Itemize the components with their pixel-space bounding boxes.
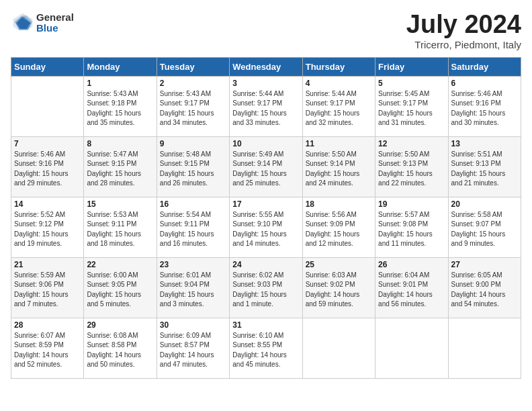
day-number: 1: [87, 79, 153, 88]
day-info: Sunrise: 5:56 AM Sunset: 9:09 PM Dayligh…: [306, 210, 372, 249]
day-number: 6: [451, 79, 518, 88]
calendar-cell: 7Sunrise: 5:46 AM Sunset: 9:16 PM Daylig…: [11, 136, 84, 197]
calendar-week-row: 21Sunrise: 5:59 AM Sunset: 9:06 PM Dayli…: [11, 257, 521, 318]
day-info: Sunrise: 5:50 AM Sunset: 9:13 PM Dayligh…: [378, 150, 445, 189]
day-number: 19: [378, 199, 445, 209]
day-info: Sunrise: 6:07 AM Sunset: 8:59 PM Dayligh…: [14, 331, 81, 370]
calendar-cell: 10Sunrise: 5:49 AM Sunset: 9:14 PM Dayli…: [230, 136, 302, 197]
day-info: Sunrise: 6:01 AM Sunset: 9:04 PM Dayligh…: [160, 271, 226, 310]
calendar-cell: 16Sunrise: 5:54 AM Sunset: 9:11 PM Dayli…: [157, 197, 229, 257]
title-block: July 2024 Tricerro, Piedmont, Italy: [406, 11, 521, 50]
day-number: 10: [232, 139, 299, 148]
day-number: 26: [378, 260, 445, 269]
logo-blue: Blue: [36, 23, 74, 34]
day-number: 11: [306, 139, 372, 148]
day-number: 30: [160, 320, 226, 330]
day-number: 25: [306, 260, 372, 269]
page-header: General Blue July 2024 Tricerro, Piedmon…: [11, 11, 521, 50]
day-number: 27: [451, 260, 518, 269]
day-number: 22: [87, 260, 153, 269]
calendar-cell: [448, 318, 521, 378]
calendar-cell: 6Sunrise: 5:46 AM Sunset: 9:16 PM Daylig…: [448, 76, 521, 136]
day-number: 3: [232, 79, 299, 88]
day-number: 8: [87, 139, 153, 148]
day-number: 21: [14, 260, 81, 269]
day-header-sunday: Sunday: [11, 57, 84, 76]
day-info: Sunrise: 5:52 AM Sunset: 9:12 PM Dayligh…: [14, 210, 81, 249]
day-info: Sunrise: 5:57 AM Sunset: 9:08 PM Dayligh…: [378, 210, 445, 249]
day-info: Sunrise: 6:02 AM Sunset: 9:03 PM Dayligh…: [232, 271, 299, 310]
calendar-week-row: 1Sunrise: 5:43 AM Sunset: 9:18 PM Daylig…: [11, 76, 521, 136]
day-number: 4: [306, 79, 372, 88]
logo: General Blue: [11, 11, 74, 35]
calendar-cell: 24Sunrise: 6:02 AM Sunset: 9:03 PM Dayli…: [230, 257, 302, 318]
day-number: 12: [378, 139, 445, 148]
calendar-cell: 28Sunrise: 6:07 AM Sunset: 8:59 PM Dayli…: [11, 318, 84, 378]
calendar-cell: 18Sunrise: 5:56 AM Sunset: 9:09 PM Dayli…: [302, 197, 375, 257]
day-header-tuesday: Tuesday: [157, 57, 229, 76]
day-number: 2: [160, 79, 226, 88]
calendar-cell: 15Sunrise: 5:53 AM Sunset: 9:11 PM Dayli…: [84, 197, 157, 257]
calendar-cell: 22Sunrise: 6:00 AM Sunset: 9:05 PM Dayli…: [84, 257, 157, 318]
day-header-monday: Monday: [84, 57, 157, 76]
month-title: July 2024: [406, 11, 521, 39]
calendar-table: SundayMondayTuesdayWednesdayThursdayFrid…: [11, 57, 521, 379]
calendar-cell: 19Sunrise: 5:57 AM Sunset: 9:08 PM Dayli…: [375, 197, 448, 257]
day-info: Sunrise: 5:50 AM Sunset: 9:14 PM Dayligh…: [306, 150, 372, 189]
day-number: 28: [14, 320, 81, 330]
day-number: 16: [160, 199, 226, 209]
day-number: 24: [232, 260, 299, 269]
calendar-cell: 12Sunrise: 5:50 AM Sunset: 9:13 PM Dayli…: [375, 136, 448, 197]
day-info: Sunrise: 6:03 AM Sunset: 9:02 PM Dayligh…: [306, 271, 372, 310]
day-number: 20: [451, 199, 518, 209]
day-info: Sunrise: 5:45 AM Sunset: 9:17 PM Dayligh…: [378, 89, 445, 128]
calendar-cell: 5Sunrise: 5:45 AM Sunset: 9:17 PM Daylig…: [375, 76, 448, 136]
day-info: Sunrise: 5:48 AM Sunset: 9:15 PM Dayligh…: [160, 150, 226, 189]
day-info: Sunrise: 5:43 AM Sunset: 9:18 PM Dayligh…: [87, 89, 153, 128]
calendar-cell: 25Sunrise: 6:03 AM Sunset: 9:02 PM Dayli…: [302, 257, 375, 318]
calendar-cell: 26Sunrise: 6:04 AM Sunset: 9:01 PM Dayli…: [375, 257, 448, 318]
day-header-wednesday: Wednesday: [230, 57, 302, 76]
day-number: 13: [451, 139, 518, 148]
calendar-cell: [302, 318, 375, 378]
day-number: 9: [160, 139, 226, 148]
day-info: Sunrise: 5:51 AM Sunset: 9:13 PM Dayligh…: [451, 150, 518, 189]
day-number: 7: [14, 139, 81, 148]
day-info: Sunrise: 6:10 AM Sunset: 8:55 PM Dayligh…: [232, 331, 299, 370]
calendar-cell: 1Sunrise: 5:43 AM Sunset: 9:18 PM Daylig…: [84, 76, 157, 136]
calendar-cell: 11Sunrise: 5:50 AM Sunset: 9:14 PM Dayli…: [302, 136, 375, 197]
day-header-friday: Friday: [375, 57, 448, 76]
day-info: Sunrise: 5:55 AM Sunset: 9:10 PM Dayligh…: [232, 210, 299, 249]
day-info: Sunrise: 5:44 AM Sunset: 9:17 PM Dayligh…: [306, 89, 372, 128]
calendar-cell: 20Sunrise: 5:58 AM Sunset: 9:07 PM Dayli…: [448, 197, 521, 257]
calendar-cell: 8Sunrise: 5:47 AM Sunset: 9:15 PM Daylig…: [84, 136, 157, 197]
logo-general: General: [36, 12, 74, 24]
calendar-week-row: 28Sunrise: 6:07 AM Sunset: 8:59 PM Dayli…: [11, 318, 521, 378]
day-number: 18: [306, 199, 372, 209]
calendar-cell: [375, 318, 448, 378]
logo-text: General Blue: [36, 12, 74, 34]
day-info: Sunrise: 5:46 AM Sunset: 9:16 PM Dayligh…: [451, 89, 518, 128]
day-info: Sunrise: 6:08 AM Sunset: 8:58 PM Dayligh…: [87, 331, 153, 370]
day-number: 5: [378, 79, 445, 88]
calendar-week-row: 7Sunrise: 5:46 AM Sunset: 9:16 PM Daylig…: [11, 136, 521, 197]
calendar-cell: 2Sunrise: 5:43 AM Sunset: 9:17 PM Daylig…: [157, 76, 229, 136]
calendar-header-row: SundayMondayTuesdayWednesdayThursdayFrid…: [11, 57, 521, 76]
day-info: Sunrise: 5:54 AM Sunset: 9:11 PM Dayligh…: [160, 210, 226, 249]
calendar-week-row: 14Sunrise: 5:52 AM Sunset: 9:12 PM Dayli…: [11, 197, 521, 257]
day-header-saturday: Saturday: [448, 57, 521, 76]
day-info: Sunrise: 5:46 AM Sunset: 9:16 PM Dayligh…: [14, 150, 81, 189]
day-info: Sunrise: 6:05 AM Sunset: 9:00 PM Dayligh…: [451, 271, 518, 310]
day-info: Sunrise: 5:47 AM Sunset: 9:15 PM Dayligh…: [87, 150, 153, 189]
day-info: Sunrise: 5:59 AM Sunset: 9:06 PM Dayligh…: [14, 271, 81, 310]
calendar-cell: 21Sunrise: 5:59 AM Sunset: 9:06 PM Dayli…: [11, 257, 84, 318]
day-number: 23: [160, 260, 226, 269]
calendar-cell: [11, 76, 84, 136]
day-info: Sunrise: 5:58 AM Sunset: 9:07 PM Dayligh…: [451, 210, 518, 249]
day-number: 17: [232, 199, 299, 209]
day-info: Sunrise: 5:53 AM Sunset: 9:11 PM Dayligh…: [87, 210, 153, 249]
calendar-cell: 17Sunrise: 5:55 AM Sunset: 9:10 PM Dayli…: [230, 197, 302, 257]
calendar-cell: 9Sunrise: 5:48 AM Sunset: 9:15 PM Daylig…: [157, 136, 229, 197]
calendar-cell: 31Sunrise: 6:10 AM Sunset: 8:55 PM Dayli…: [230, 318, 302, 378]
day-number: 15: [87, 199, 153, 209]
